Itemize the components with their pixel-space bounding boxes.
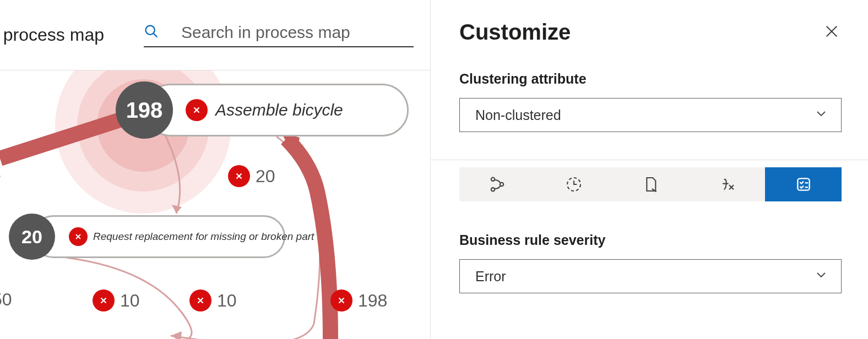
process-map-area: t process map 198 <box>0 0 431 339</box>
process-map-canvas[interactable]: 198 Assemble bicycle 20 Request replacem… <box>0 70 430 339</box>
edge-label: 10 <box>93 289 140 311</box>
edge-label: 10 <box>189 289 237 311</box>
edge-count: 20 <box>256 166 275 187</box>
business-rule-severity-select[interactable]: Error <box>459 259 842 293</box>
error-icon <box>93 289 115 311</box>
node-pill: Request replacement for missing or broke… <box>32 215 285 258</box>
search-field[interactable] <box>144 23 414 47</box>
chevron-down-icon <box>815 107 828 123</box>
select-value: Non-clustered <box>475 107 561 123</box>
edge-label: 50 <box>0 289 12 310</box>
error-icon <box>330 289 352 311</box>
edge-count: 198 <box>358 291 387 311</box>
select-value: Error <box>475 269 506 285</box>
customize-panel: Customize Clustering attribute Non-clust… <box>431 0 868 339</box>
svg-point-21 <box>500 183 503 186</box>
edge-label: 198 <box>330 289 387 311</box>
search-icon <box>144 24 159 41</box>
close-icon <box>824 24 839 41</box>
edge-count: 10 <box>120 291 140 311</box>
svg-rect-23 <box>798 178 809 190</box>
edge-count: 50 <box>0 289 12 310</box>
svg-marker-3 <box>171 331 182 339</box>
node-pill: Assemble bicycle <box>144 84 409 136</box>
panel-header: Customize <box>459 20 842 45</box>
clustering-attribute-label: Clustering attribute <box>459 71 842 87</box>
tab-file[interactable] <box>612 167 689 201</box>
tab-graph[interactable] <box>459 167 536 201</box>
chevron-down-icon <box>815 268 828 285</box>
svg-marker-2 <box>172 205 182 214</box>
svg-point-20 <box>491 188 495 191</box>
error-icon <box>189 289 211 311</box>
node-label: Request replacement for missing or broke… <box>93 231 314 243</box>
metric-tab-strip <box>459 167 842 201</box>
top-bar: t process map <box>0 0 430 70</box>
svg-point-0 <box>145 25 154 34</box>
business-rule-severity-label: Business rule severity <box>459 232 842 248</box>
error-icon <box>186 99 208 121</box>
edge-label: 20 <box>228 165 275 187</box>
process-node-request[interactable]: 20 Request replacement for missing or br… <box>9 214 308 260</box>
clustering-attribute-select[interactable]: Non-clustered <box>459 98 842 132</box>
process-node-assemble[interactable]: 198 Assemble bicycle <box>116 81 430 139</box>
edge-label: 8 <box>0 164 1 184</box>
error-icon <box>228 165 250 187</box>
edge-count: 8 <box>0 164 1 184</box>
tab-formula[interactable] <box>688 167 765 201</box>
svg-point-19 <box>491 177 495 181</box>
close-button[interactable] <box>822 23 842 42</box>
tab-time[interactable] <box>536 167 612 201</box>
node-count-badge: 198 <box>116 81 173 139</box>
view-title: t process map <box>0 25 104 45</box>
search-input[interactable] <box>181 23 414 42</box>
panel-title: Customize <box>459 20 571 45</box>
edge-count: 10 <box>217 291 237 311</box>
node-count-badge: 20 <box>9 214 55 260</box>
error-icon <box>69 227 88 246</box>
node-label: Assemble bicycle <box>215 101 343 119</box>
svg-line-1 <box>154 34 157 37</box>
tab-checklist[interactable] <box>765 167 842 201</box>
panel-divider <box>431 160 868 160</box>
